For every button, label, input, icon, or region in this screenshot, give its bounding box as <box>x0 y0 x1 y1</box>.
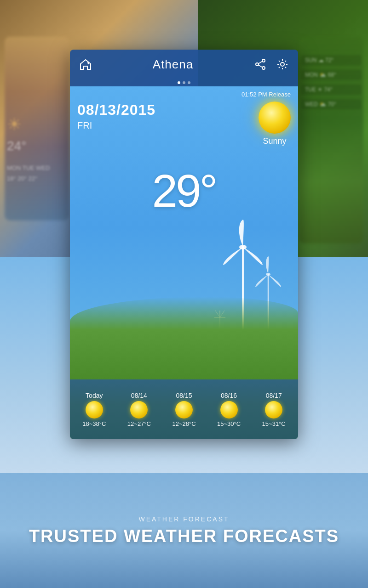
svg-line-6 <box>259 65 262 68</box>
svg-line-5 <box>259 62 262 64</box>
promo-title: Trusted Weather Forecasts <box>29 526 339 546</box>
forecast-date: 08/15 <box>176 392 192 399</box>
forecast-sun-icon <box>220 401 238 418</box>
phone-card: Athena 01 <box>70 50 298 439</box>
forecast-date: 08/14 <box>131 392 147 399</box>
forecast-temp: 15~31°C <box>262 420 286 427</box>
forecast-date: 08/16 <box>221 392 237 399</box>
svg-point-2 <box>262 59 265 62</box>
home-add-icon[interactable] <box>77 56 94 73</box>
forecast-date: Today <box>86 392 103 399</box>
promo-subtitle: Weather Forecast <box>138 515 229 523</box>
dot-2 <box>183 81 185 84</box>
forecast-sun-icon <box>175 401 193 418</box>
dot-1 <box>178 81 180 84</box>
app-title: Athena <box>153 57 193 72</box>
page-indicator <box>70 79 298 86</box>
left-weather-blur: ☀ 24° MON TUE WED 18° 20° 22° <box>7 115 67 184</box>
forecast-temp: 18~38°C <box>82 420 106 427</box>
forecast-temp: 12~28°C <box>172 420 196 427</box>
forecast-strip: Today18~38°C08/1412~27°C08/1512~28°C08/1… <box>70 379 298 439</box>
date-weather-row: 08/13/2015 FRI Sunny <box>77 102 291 146</box>
forecast-temp: 12~27°C <box>127 420 151 427</box>
forecast-item: 08/1615~30°C <box>207 392 252 427</box>
svg-point-3 <box>256 63 259 66</box>
release-time: 01:52 PM Release <box>77 91 291 98</box>
weather-icon-sun <box>259 102 291 134</box>
weather-main: 01:52 PM Release 08/13/2015 FRI Sunny 29… <box>70 86 298 439</box>
forecast-item: Today18~38°C <box>72 392 117 427</box>
forecast-item: 08/1512~28°C <box>161 392 207 427</box>
forecast-item: 08/1412~27°C <box>117 392 162 427</box>
forecast-temp: 15~30°C <box>217 420 241 427</box>
forecast-item: 08/1715~31°C <box>251 392 296 427</box>
forecast-sun-icon <box>265 401 282 418</box>
promo-area: Weather Forecast Trusted Weather Forecas… <box>0 473 368 588</box>
app-header: Athena <box>70 50 298 79</box>
share-button[interactable] <box>252 56 269 73</box>
hills-background <box>70 297 298 379</box>
forecast-date: 08/17 <box>266 392 282 399</box>
dot-3 <box>188 81 190 84</box>
svg-point-4 <box>262 67 265 69</box>
day-display: FRI <box>77 120 155 131</box>
condition-text: Sunny <box>263 136 286 146</box>
header-actions <box>252 56 291 73</box>
settings-button[interactable] <box>274 56 291 73</box>
date-display: 08/13/2015 <box>77 102 155 119</box>
forecast-sun-icon <box>130 401 148 418</box>
right-weather-blur: SUN ☁ 72° MON ⛅ 68° TUE ☀ 74° WED ⛅ 70° <box>301 55 361 109</box>
svg-point-7 <box>281 62 284 66</box>
forecast-sun-icon <box>86 401 103 418</box>
weather-condition-section: Sunny <box>259 102 291 146</box>
date-section: 08/13/2015 FRI <box>77 102 155 131</box>
